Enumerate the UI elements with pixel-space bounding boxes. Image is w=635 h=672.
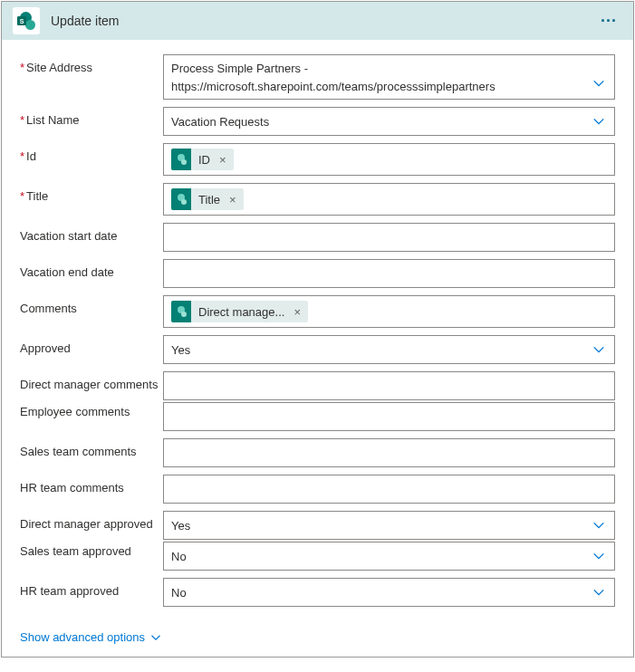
- label-hr-comments: HR team comments: [20, 475, 163, 495]
- label-dm-approved: Direct manager approved: [20, 511, 163, 532]
- label-hr-approved: HR team approved: [20, 578, 163, 599]
- sharepoint-icon: S: [13, 7, 40, 34]
- label-comments: Comments: [20, 295, 163, 316]
- label-vacation-start: Vacation start date: [20, 223, 163, 244]
- vacation-start-input[interactable]: [163, 223, 615, 252]
- update-item-card: S Update item ··· Site Address Process S…: [1, 1, 634, 658]
- sharepoint-icon: [171, 301, 191, 322]
- sales-approved-dropdown[interactable]: No: [163, 542, 615, 571]
- remove-token-button[interactable]: ×: [292, 305, 308, 319]
- sales-comments-input[interactable]: [163, 438, 615, 467]
- chevron-down-icon[interactable]: [592, 77, 605, 90]
- card-title: Update item: [51, 14, 595, 28]
- label-approved: Approved: [20, 335, 163, 356]
- employee-comments-input[interactable]: [163, 402, 615, 431]
- token-id: ID ×: [171, 149, 234, 170]
- label-list-name: List Name: [20, 107, 163, 128]
- card-body: Site Address Process Simple Partners - h…: [2, 40, 633, 625]
- vacation-end-input[interactable]: [163, 259, 615, 288]
- label-site-address: Site Address: [20, 54, 163, 75]
- chevron-down-icon[interactable]: [592, 343, 605, 356]
- list-name-dropdown[interactable]: Vacation Requests: [163, 107, 615, 136]
- card-footer: Show advanced options: [2, 625, 633, 657]
- id-field[interactable]: ID ×: [163, 143, 615, 176]
- token-title: Title ×: [171, 188, 244, 210]
- remove-token-button[interactable]: ×: [227, 193, 244, 206]
- sharepoint-icon: [171, 188, 191, 210]
- chevron-down-icon[interactable]: [592, 519, 605, 532]
- chevron-down-icon[interactable]: [592, 115, 605, 128]
- remove-token-button[interactable]: ×: [217, 153, 234, 167]
- more-options-button[interactable]: ···: [595, 8, 622, 34]
- label-title: Title: [20, 183, 163, 204]
- label-employee-comments: Employee comments: [20, 402, 163, 419]
- comments-field[interactable]: Direct manage... ×: [163, 295, 615, 328]
- hr-comments-input[interactable]: [163, 475, 615, 504]
- sharepoint-icon: [171, 149, 191, 170]
- dm-comments-input[interactable]: [163, 371, 615, 400]
- site-address-dropdown[interactable]: Process Simple Partners - https://micros…: [163, 54, 615, 100]
- chevron-down-icon[interactable]: [592, 550, 605, 562]
- card-header: S Update item ···: [2, 2, 633, 40]
- label-vacation-end: Vacation end date: [20, 259, 163, 280]
- hr-approved-dropdown[interactable]: No: [163, 578, 615, 607]
- label-sales-comments: Sales team comments: [20, 438, 163, 459]
- label-sales-approved: Sales team approved: [20, 542, 163, 559]
- chevron-down-icon: [150, 632, 161, 643]
- chevron-down-icon[interactable]: [592, 586, 605, 599]
- label-dm-comments: Direct manager comments: [20, 371, 163, 392]
- title-field[interactable]: Title ×: [163, 183, 615, 216]
- token-direct-manager: Direct manage... ×: [171, 301, 308, 322]
- dm-approved-dropdown[interactable]: Yes: [163, 511, 615, 540]
- label-id: Id: [20, 143, 163, 164]
- approved-dropdown[interactable]: Yes: [163, 335, 615, 364]
- show-advanced-options-link[interactable]: Show advanced options: [20, 630, 161, 644]
